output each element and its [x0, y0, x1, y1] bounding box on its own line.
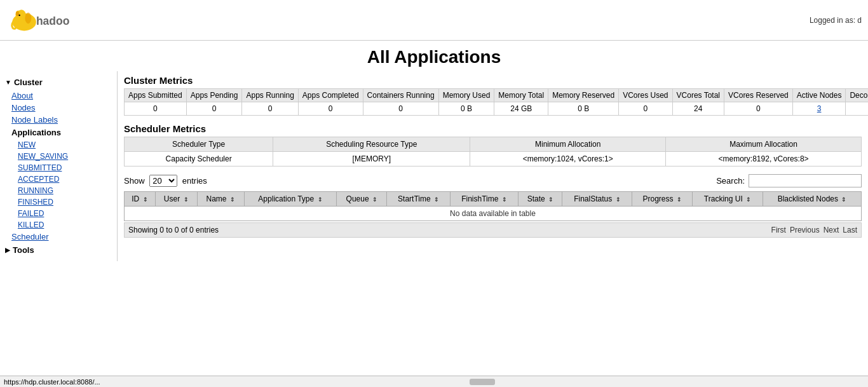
cluster-metric-header: Apps Pending	[186, 89, 242, 102]
no-data-row: No data available in table	[125, 207, 862, 221]
table-column-header[interactable]: User ⇕	[155, 192, 197, 207]
cluster-metric-header: Decommissioned Nodes	[846, 89, 868, 102]
table-column-header[interactable]: FinishTime ⇕	[450, 192, 519, 207]
logged-in-label: Logged in as: d	[810, 16, 862, 25]
cluster-metric-value: 0 B	[438, 102, 494, 116]
sidebar-item-new[interactable]: NEW	[0, 139, 117, 151]
search-label: Search:	[716, 176, 745, 186]
scheduler-metrics-table: Scheduler TypeScheduling Resource TypeMi…	[124, 137, 862, 166]
cluster-metric-header: VCores Total	[672, 89, 724, 102]
pager: First Previous Next Last	[771, 226, 857, 234]
scheduler-value: <memory:8192, vCores:8>	[666, 152, 862, 166]
cluster-section[interactable]: ▼ Cluster	[0, 75, 117, 90]
table-column-header[interactable]: Blacklisted Nodes ⇕	[763, 192, 862, 207]
cluster-metric-header: Memory Used	[438, 89, 494, 102]
cluster-metric-header: Active Nodes	[792, 89, 846, 102]
cluster-metric-value: 0	[186, 102, 242, 116]
active-nodes-link[interactable]: 3	[817, 104, 822, 113]
sort-icon: ⇕	[746, 196, 751, 203]
svg-point-3	[16, 11, 19, 17]
cluster-metric-header: VCores Reserved	[724, 89, 793, 102]
tools-label: Tools	[13, 245, 34, 255]
sidebar-item-new-saving[interactable]: NEW_SAVING	[0, 151, 117, 162]
table-column-header[interactable]: ID ⇕	[125, 192, 156, 207]
sidebar-item-finished[interactable]: FINISHED	[0, 196, 117, 208]
search-input[interactable]	[749, 174, 862, 187]
scheduler-metrics-title: Scheduler Metrics	[124, 123, 862, 134]
cluster-metric-value: 0	[363, 102, 438, 116]
entries-select[interactable]: 20 50 100	[149, 175, 177, 187]
table-column-header[interactable]: Progress ⇕	[632, 192, 693, 207]
table-column-header[interactable]: StartTime ⇕	[387, 192, 450, 207]
main-content: Cluster Metrics Apps SubmittedApps Pendi…	[118, 71, 868, 261]
cluster-metric-value: 0 B	[548, 102, 619, 116]
scheduler-header: Maximum Allocation	[666, 137, 862, 152]
cluster-metric-value: 0	[724, 102, 793, 116]
sidebar-item-submitted[interactable]: SUBMITTED	[0, 162, 117, 173]
cluster-metric-value: 24 GB	[494, 102, 548, 116]
sort-icon: ⇕	[372, 196, 377, 203]
show-entries-left: Show 20 50 100 entries	[124, 175, 207, 187]
cluster-metrics-title: Cluster Metrics	[124, 75, 862, 86]
table-column-header[interactable]: Tracking UI ⇕	[692, 192, 763, 207]
scheduler-header: Scheduler Type	[125, 137, 273, 152]
top-bar: hadoop Logged in as: d	[0, 0, 868, 41]
previous-page[interactable]: Previous	[790, 226, 820, 234]
cluster-metric-value: 0	[125, 102, 187, 116]
sort-icon: ⇕	[434, 196, 439, 203]
last-page[interactable]: Last	[843, 226, 857, 234]
first-page[interactable]: First	[771, 226, 786, 234]
tools-section[interactable]: ▶ Tools	[0, 243, 117, 257]
entries-label: entries	[182, 176, 207, 186]
sidebar-item-scheduler[interactable]: Scheduler	[0, 231, 117, 243]
table-column-header[interactable]: Name ⇕	[197, 192, 244, 207]
sidebar-item-killed[interactable]: KILLED	[0, 219, 117, 231]
sidebar-item-failed[interactable]: FAILED	[0, 208, 117, 219]
sidebar-item-about[interactable]: About	[0, 90, 117, 102]
scheduler-value: Capacity Scheduler	[125, 152, 273, 166]
no-data-cell: No data available in table	[125, 207, 862, 221]
table-column-header[interactable]: Application Type ⇕	[244, 192, 336, 207]
svg-point-4	[18, 15, 20, 17]
cluster-metric-value: 0	[242, 102, 298, 116]
layout: ▼ Cluster About Nodes Node Labels Applic…	[0, 71, 868, 261]
sidebar-item-accepted[interactable]: ACCEPTED	[0, 173, 117, 185]
sort-icon: ⇕	[184, 196, 189, 203]
sort-icon: ⇕	[143, 196, 148, 203]
cluster-metric-value: 24	[672, 102, 724, 116]
table-column-header[interactable]: FinalStatus ⇕	[562, 192, 632, 207]
cluster-metric-value: 0	[298, 102, 363, 116]
cluster-metric-header: Memory Reserved	[548, 89, 619, 102]
cluster-metric-value: 3	[792, 102, 846, 116]
scheduler-value: <memory:1024, vCores:1>	[470, 152, 666, 166]
scheduler-header: Minimum Allocation	[470, 137, 666, 152]
show-entries-bar: Show 20 50 100 entries Search:	[124, 174, 862, 187]
cluster-metric-value: 0	[619, 102, 672, 116]
search-area: Search:	[716, 174, 862, 187]
svg-text:hadoop: hadoop	[36, 15, 70, 27]
cluster-metrics-table: Apps SubmittedApps PendingApps RunningAp…	[124, 88, 868, 116]
applications-table: ID ⇕User ⇕Name ⇕Application Type ⇕Queue …	[124, 191, 862, 221]
pagination-bar: Showing 0 to 0 of 0 entries First Previo…	[124, 222, 862, 238]
logo-area: hadoop	[6, 3, 70, 37]
scheduler-header: Scheduling Resource Type	[273, 137, 470, 152]
cluster-arrow: ▼	[5, 79, 11, 86]
sort-icon: ⇕	[318, 196, 323, 203]
next-page[interactable]: Next	[824, 226, 839, 234]
sort-icon: ⇕	[502, 196, 507, 203]
cluster-metric-value: 0	[846, 102, 868, 116]
applications-label: Applications	[0, 126, 117, 139]
sort-icon: ⇕	[548, 196, 553, 203]
cluster-metric-header: Containers Running	[363, 89, 438, 102]
sidebar-item-node-labels[interactable]: Node Labels	[0, 114, 117, 126]
table-column-header[interactable]: Queue ⇕	[337, 192, 387, 207]
table-column-header[interactable]: State ⇕	[519, 192, 562, 207]
show-label: Show	[124, 176, 145, 186]
sidebar-item-running[interactable]: RUNNING	[0, 185, 117, 196]
sidebar-item-nodes[interactable]: Nodes	[0, 102, 117, 114]
sort-icon: ⇕	[230, 196, 235, 203]
cluster-metric-header: Apps Completed	[298, 89, 363, 102]
hadoop-logo: hadoop	[6, 3, 70, 37]
cluster-metric-header: VCores Used	[619, 89, 672, 102]
sort-icon: ⇕	[677, 196, 682, 203]
